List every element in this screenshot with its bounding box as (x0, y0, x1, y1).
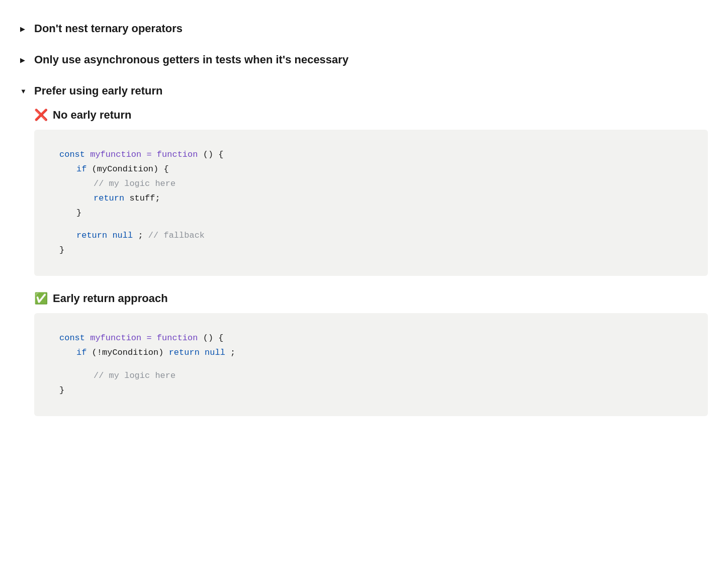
comment-1: // my logic here (94, 179, 175, 188)
bad-code-line-6: return null ; // fallback (59, 229, 683, 243)
code-text-18: } (59, 385, 64, 395)
good-code-line-2: if (!myCondition) return null ; (59, 346, 683, 360)
expanded-title-3: Prefer using early return (34, 84, 163, 98)
code-text-9: ; (138, 231, 148, 240)
function-name-2: myfunction (90, 333, 141, 343)
code-equals-2: = (146, 333, 151, 343)
good-section-title: Early return approach (53, 292, 168, 305)
comment-3: // my logic here (94, 371, 175, 380)
keyword-return-2: return (76, 231, 107, 240)
collapsed-header-1[interactable]: ▶ Don't nest ternary operators (20, 15, 708, 42)
expanded-item-3: ▼ Prefer using early return ❌ No early r… (20, 77, 708, 416)
good-code-line-4: } (59, 383, 683, 398)
arrow-icon-1: ▶ (20, 25, 28, 33)
expanded-content-3: ❌ No early return const myfunction = fun… (20, 109, 708, 416)
code-text-5: (myCondition) { (92, 164, 169, 174)
keyword-function-2: function (157, 333, 198, 343)
code-text-17: ; (230, 348, 235, 357)
good-code-line-1: const myfunction = function () { (59, 331, 683, 346)
code-text-10: } (59, 245, 64, 255)
collapsed-header-2[interactable]: ▶ Only use asynchronous getters in tests… (20, 46, 708, 73)
bad-code-line-5: } (59, 206, 683, 221)
keyword-const-1: const (59, 150, 85, 159)
code-text-15: (!myCondition) (92, 348, 169, 357)
bad-section-label: ❌ No early return (34, 109, 708, 122)
code-text-4: () { (203, 150, 224, 159)
comment-2: // fallback (148, 231, 205, 240)
keyword-null-1: null (112, 231, 133, 240)
arrow-icon-2: ▶ (20, 56, 28, 64)
keyword-return-1: return (94, 193, 124, 203)
bad-code-line-3: // my logic here (59, 177, 683, 191)
keyword-if-1: if (76, 164, 86, 174)
collapsed-item-2: ▶ Only use asynchronous getters in tests… (20, 46, 708, 73)
code-text-14: () { (203, 333, 224, 343)
keyword-return-3: return (169, 348, 200, 357)
expanded-header-3[interactable]: ▼ Prefer using early return (20, 77, 708, 105)
code-spacer-1 (59, 220, 683, 229)
keyword-const-2: const (59, 333, 85, 343)
bad-code-line-7: } (59, 243, 683, 258)
keyword-if-2: if (76, 348, 86, 357)
code-text-7: } (76, 208, 81, 218)
bad-code-line-4: return stuff; (59, 191, 683, 206)
good-code-line-3: // my logic here (59, 369, 683, 383)
collapsed-item-1: ▶ Don't nest ternary operators (20, 15, 708, 42)
code-equals-1: = (146, 150, 151, 159)
keyword-null-2: null (205, 348, 225, 357)
bad-code-block: const myfunction = function () { if (myC… (34, 130, 708, 276)
function-name-1: myfunction (90, 150, 141, 159)
bad-emoji: ❌ (34, 109, 48, 122)
bad-section-title: No early return (53, 109, 132, 122)
bad-code-line-2: if (myCondition) { (59, 162, 683, 177)
good-code-block: const myfunction = function () { if (!my… (34, 313, 708, 416)
bad-code-line-1: const myfunction = function () { (59, 148, 683, 162)
collapsed-title-2: Only use asynchronous getters in tests w… (34, 53, 348, 66)
code-spacer-2 (59, 360, 683, 369)
code-text-6: stuff; (129, 193, 160, 203)
keyword-function-1: function (157, 150, 198, 159)
arrow-icon-3: ▼ (20, 87, 28, 95)
collapsed-title-1: Don't nest ternary operators (34, 22, 183, 35)
good-emoji: ✅ (34, 292, 48, 305)
good-section-label: ✅ Early return approach (34, 292, 708, 305)
